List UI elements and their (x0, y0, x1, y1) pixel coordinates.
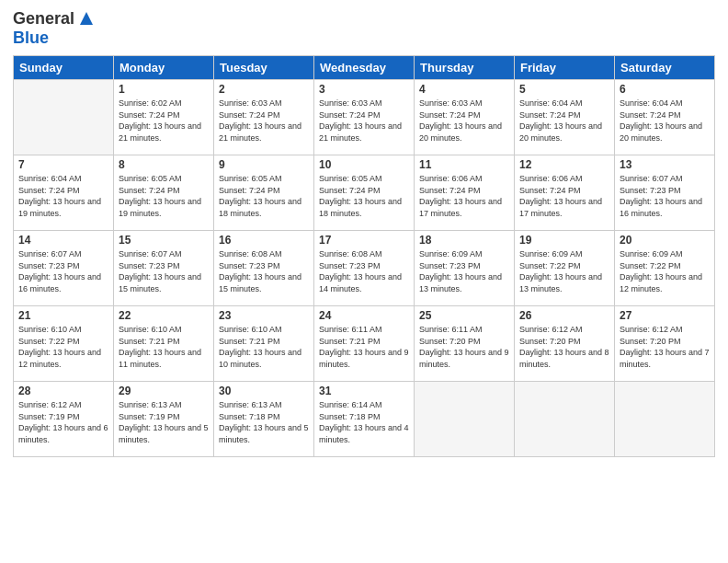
calendar-cell: 13 Sunrise: 6:07 AMSunset: 7:23 PMDaylig… (615, 155, 715, 231)
day-number: 25 (419, 309, 509, 322)
day-number: 12 (519, 158, 609, 171)
calendar-cell: 19 Sunrise: 6:09 AMSunset: 7:22 PMDaylig… (515, 231, 615, 306)
week-row-2: 7 Sunrise: 6:04 AMSunset: 7:24 PMDayligh… (14, 155, 715, 231)
day-info: Sunrise: 6:09 AMSunset: 7:22 PMDaylight:… (620, 248, 710, 294)
day-header-saturday: Saturday (615, 56, 715, 80)
calendar-cell: 25 Sunrise: 6:11 AMSunset: 7:20 PMDaylig… (415, 306, 515, 382)
day-number: 29 (119, 385, 209, 397)
calendar-cell: 15 Sunrise: 6:07 AMSunset: 7:23 PMDaylig… (114, 231, 214, 306)
svg-marker-0 (80, 12, 93, 25)
logo-icon (76, 8, 97, 29)
calendar-table: SundayMondayTuesdayWednesdayThursdayFrid… (13, 55, 715, 457)
day-number: 6 (620, 83, 710, 96)
calendar-header-row: SundayMondayTuesdayWednesdayThursdayFrid… (14, 56, 715, 80)
day-info: Sunrise: 6:03 AMSunset: 7:24 PMDaylight:… (319, 98, 409, 144)
day-number: 13 (620, 158, 710, 171)
calendar-cell: 16 Sunrise: 6:08 AMSunset: 7:23 PMDaylig… (214, 231, 314, 306)
day-number: 5 (519, 83, 609, 96)
day-info: Sunrise: 6:09 AMSunset: 7:22 PMDaylight:… (519, 248, 609, 294)
calendar-cell: 2 Sunrise: 6:03 AMSunset: 7:24 PMDayligh… (214, 80, 314, 155)
day-info: Sunrise: 6:06 AMSunset: 7:24 PMDaylight:… (519, 173, 609, 219)
day-info: Sunrise: 6:12 AMSunset: 7:20 PMDaylight:… (519, 324, 609, 370)
day-info: Sunrise: 6:10 AMSunset: 7:22 PMDaylight:… (18, 324, 108, 370)
day-info: Sunrise: 6:08 AMSunset: 7:23 PMDaylight:… (319, 248, 409, 294)
calendar-cell: 29 Sunrise: 6:13 AMSunset: 7:19 PMDaylig… (114, 382, 214, 457)
logo-general-text: General (13, 9, 74, 29)
day-info: Sunrise: 6:07 AMSunset: 7:23 PMDaylight:… (18, 248, 108, 294)
day-number: 2 (219, 83, 309, 96)
day-number: 16 (219, 234, 309, 247)
day-info: Sunrise: 6:13 AMSunset: 7:19 PMDaylight:… (119, 399, 209, 445)
calendar-cell: 28 Sunrise: 6:12 AMSunset: 7:19 PMDaylig… (14, 382, 114, 457)
day-info: Sunrise: 6:05 AMSunset: 7:24 PMDaylight:… (219, 173, 309, 219)
day-number: 11 (419, 158, 509, 171)
calendar-cell: 23 Sunrise: 6:10 AMSunset: 7:21 PMDaylig… (214, 306, 314, 382)
day-info: Sunrise: 6:13 AMSunset: 7:18 PMDaylight:… (219, 399, 309, 445)
day-number: 9 (219, 158, 309, 171)
week-row-3: 14 Sunrise: 6:07 AMSunset: 7:23 PMDaylig… (14, 231, 715, 306)
day-number: 18 (419, 234, 509, 247)
day-number: 31 (319, 385, 409, 397)
day-number: 22 (119, 309, 209, 322)
calendar-cell: 6 Sunrise: 6:04 AMSunset: 7:24 PMDayligh… (615, 80, 715, 155)
calendar-cell: 11 Sunrise: 6:06 AMSunset: 7:24 PMDaylig… (415, 155, 515, 231)
calendar-cell: 14 Sunrise: 6:07 AMSunset: 7:23 PMDaylig… (14, 231, 114, 306)
day-info: Sunrise: 6:12 AMSunset: 7:19 PMDaylight:… (18, 399, 108, 445)
day-info: Sunrise: 6:11 AMSunset: 7:20 PMDaylight:… (419, 324, 509, 370)
day-number: 10 (319, 158, 409, 171)
calendar-cell (14, 80, 114, 155)
calendar-cell: 9 Sunrise: 6:05 AMSunset: 7:24 PMDayligh… (214, 155, 314, 231)
header: General Blue (13, 9, 715, 48)
day-info: Sunrise: 6:03 AMSunset: 7:24 PMDaylight:… (219, 98, 309, 144)
calendar-cell: 17 Sunrise: 6:08 AMSunset: 7:23 PMDaylig… (314, 231, 415, 306)
day-info: Sunrise: 6:03 AMSunset: 7:24 PMDaylight:… (419, 98, 509, 144)
calendar-cell: 3 Sunrise: 6:03 AMSunset: 7:24 PMDayligh… (314, 80, 415, 155)
day-info: Sunrise: 6:04 AMSunset: 7:24 PMDaylight:… (519, 98, 609, 144)
calendar-cell: 5 Sunrise: 6:04 AMSunset: 7:24 PMDayligh… (515, 80, 615, 155)
day-header-sunday: Sunday (14, 56, 114, 80)
logo-blue-text: Blue (13, 29, 49, 47)
day-header-wednesday: Wednesday (314, 56, 415, 80)
day-info: Sunrise: 6:08 AMSunset: 7:23 PMDaylight:… (219, 248, 309, 294)
day-info: Sunrise: 6:10 AMSunset: 7:21 PMDaylight:… (219, 324, 309, 370)
day-info: Sunrise: 6:04 AMSunset: 7:24 PMDaylight:… (18, 173, 108, 219)
calendar-cell: 30 Sunrise: 6:13 AMSunset: 7:18 PMDaylig… (214, 382, 314, 457)
day-number: 14 (18, 234, 108, 247)
calendar-cell: 31 Sunrise: 6:14 AMSunset: 7:18 PMDaylig… (314, 382, 415, 457)
day-number: 28 (18, 385, 108, 397)
day-info: Sunrise: 6:10 AMSunset: 7:21 PMDaylight:… (119, 324, 209, 370)
day-number: 1 (119, 83, 209, 96)
page: General Blue SundayMondayTuesdayWednesda… (0, 0, 728, 563)
calendar-cell (615, 382, 715, 457)
calendar-cell: 21 Sunrise: 6:10 AMSunset: 7:22 PMDaylig… (14, 306, 114, 382)
day-number: 7 (18, 158, 108, 171)
calendar-cell: 18 Sunrise: 6:09 AMSunset: 7:23 PMDaylig… (415, 231, 515, 306)
day-info: Sunrise: 6:07 AMSunset: 7:23 PMDaylight:… (620, 173, 710, 219)
day-header-tuesday: Tuesday (214, 56, 314, 80)
calendar-cell: 12 Sunrise: 6:06 AMSunset: 7:24 PMDaylig… (515, 155, 615, 231)
calendar-cell: 1 Sunrise: 6:02 AMSunset: 7:24 PMDayligh… (114, 80, 214, 155)
day-info: Sunrise: 6:02 AMSunset: 7:24 PMDaylight:… (119, 98, 209, 144)
day-number: 21 (18, 309, 108, 322)
week-row-1: 1 Sunrise: 6:02 AMSunset: 7:24 PMDayligh… (14, 80, 715, 155)
week-row-4: 21 Sunrise: 6:10 AMSunset: 7:22 PMDaylig… (14, 306, 715, 382)
calendar-cell: 10 Sunrise: 6:05 AMSunset: 7:24 PMDaylig… (314, 155, 415, 231)
calendar-cell: 7 Sunrise: 6:04 AMSunset: 7:24 PMDayligh… (14, 155, 114, 231)
day-info: Sunrise: 6:09 AMSunset: 7:23 PMDaylight:… (419, 248, 509, 294)
calendar-cell: 27 Sunrise: 6:12 AMSunset: 7:20 PMDaylig… (615, 306, 715, 382)
calendar-cell: 4 Sunrise: 6:03 AMSunset: 7:24 PMDayligh… (415, 80, 515, 155)
logo: General Blue (13, 9, 97, 48)
day-info: Sunrise: 6:05 AMSunset: 7:24 PMDaylight:… (319, 173, 409, 219)
day-number: 20 (620, 234, 710, 247)
day-number: 4 (419, 83, 509, 96)
day-number: 19 (519, 234, 609, 247)
day-number: 15 (119, 234, 209, 247)
day-header-thursday: Thursday (415, 56, 515, 80)
day-info: Sunrise: 6:14 AMSunset: 7:18 PMDaylight:… (319, 399, 409, 445)
day-number: 27 (620, 309, 710, 322)
day-header-friday: Friday (515, 56, 615, 80)
day-info: Sunrise: 6:11 AMSunset: 7:21 PMDaylight:… (319, 324, 409, 370)
day-number: 3 (319, 83, 409, 96)
day-info: Sunrise: 6:05 AMSunset: 7:24 PMDaylight:… (119, 173, 209, 219)
day-number: 24 (319, 309, 409, 322)
